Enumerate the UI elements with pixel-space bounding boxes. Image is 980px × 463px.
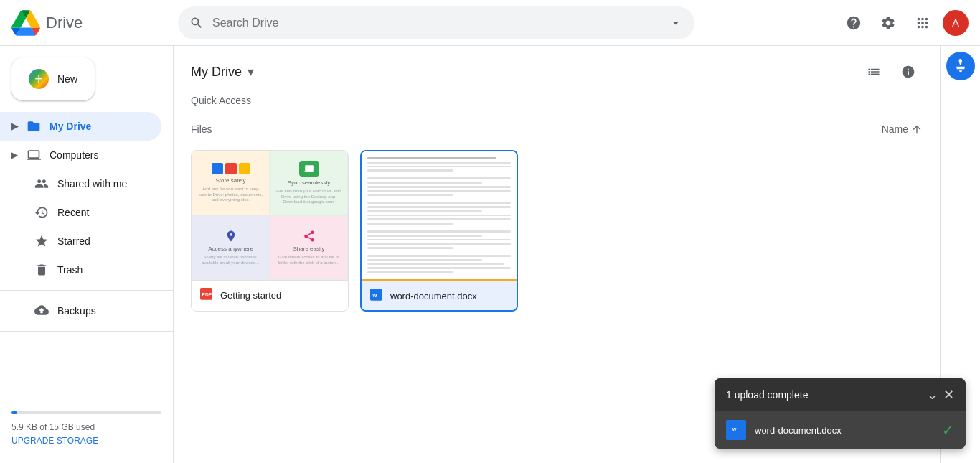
minimize-upload-button[interactable]: ⌄ <box>927 387 938 403</box>
file-thumbnail-getting-started: Store safely Add any file you want to ke… <box>192 151 348 280</box>
new-button-label: New <box>57 73 77 85</box>
starred-icon <box>34 234 49 248</box>
word-icon: W <box>370 289 385 303</box>
file-footer-getting-started: PDF Getting started <box>192 280 348 309</box>
sidebar-item-starred[interactable]: Starred <box>0 227 161 256</box>
pdf-icon: PDF <box>200 288 215 302</box>
sort-label: Name <box>882 123 908 135</box>
svg-text:W: W <box>732 427 737 431</box>
recent-label: Recent <box>57 207 89 218</box>
upload-header: 1 upload complete ⌄ ✕ <box>715 378 966 411</box>
new-button-wrap: + New <box>0 52 173 112</box>
drive-logo-icon <box>11 9 40 37</box>
search-bar <box>178 6 694 39</box>
content-title: My Drive <box>191 65 242 80</box>
recent-icon <box>34 205 49 220</box>
svg-text:PDF: PDF <box>202 292 212 297</box>
close-upload-button[interactable]: ✕ <box>943 387 954 403</box>
files-header: Files Name <box>191 118 923 141</box>
storage-bar-bg <box>11 411 161 414</box>
trash-label: Trash <box>57 264 83 276</box>
app-title: Drive <box>46 14 83 32</box>
files-section: Files Name <box>174 118 940 326</box>
file-name-word-document: word-document.docx <box>390 291 508 301</box>
sidebar-item-computers[interactable]: ▶ Computers <box>0 141 161 169</box>
sidebar: + New ▶ My Drive ▶ Computers Shared wi <box>0 46 174 463</box>
avatar[interactable]: A <box>943 10 969 36</box>
help-button[interactable] <box>839 9 868 37</box>
file-footer-word-document: W word-document.docx <box>362 281 517 310</box>
file-card-word-document[interactable]: W word-document.docx <box>360 150 518 312</box>
sidebar-item-my-drive[interactable]: ▶ My Drive <box>0 112 161 141</box>
upload-controls: ⌄ ✕ <box>927 387 954 403</box>
info-button[interactable] <box>894 57 923 86</box>
upload-title: 1 upload complete <box>726 389 927 401</box>
quick-access-label: Quick Access <box>174 92 940 118</box>
my-drive-label: My Drive <box>50 121 91 132</box>
apps-button[interactable] <box>908 9 937 37</box>
my-drive-icon <box>27 119 41 134</box>
shared-icon <box>34 177 49 191</box>
header-actions <box>859 57 923 86</box>
name-sort-button[interactable]: Name <box>882 123 923 135</box>
backups-label: Backups <box>57 305 96 317</box>
sidebar-item-recent[interactable]: Recent <box>0 198 161 227</box>
storage-text: 5.9 KB of 15 GB used <box>11 422 95 432</box>
upload-notification: 1 upload complete ⌄ ✕ W word-document.do… <box>715 378 966 449</box>
topbar: Drive A <box>0 0 980 46</box>
settings-button[interactable] <box>874 9 903 37</box>
title-dropdown-icon[interactable]: ▾ <box>248 64 254 80</box>
starred-label: Starred <box>57 235 90 247</box>
file-card-getting-started[interactable]: Store safely Add any file you want to ke… <box>191 150 349 312</box>
upload-complete-icon: ✓ <box>942 421 954 439</box>
upload-item-name: word-document.docx <box>755 425 933 436</box>
backups-icon <box>34 303 49 319</box>
new-plus-icon: + <box>29 69 49 89</box>
computers-icon <box>27 148 41 162</box>
upload-item: W word-document.docx ✓ <box>715 411 966 449</box>
sidebar-item-trash[interactable]: Trash <box>0 256 161 284</box>
file-grid: Store safely Add any file you want to ke… <box>191 150 923 326</box>
storage-bar-fill <box>11 411 17 414</box>
topbar-right: A <box>839 9 969 37</box>
computers-label: Computers <box>50 149 98 161</box>
my-drive-arrow: ▶ <box>11 121 18 131</box>
logo-area: Drive <box>11 9 169 37</box>
sidebar-item-backups[interactable]: Backups <box>0 296 173 325</box>
files-label: Files <box>191 123 882 135</box>
file-thumbnail-word-document <box>362 151 517 281</box>
upload-item-icon: W <box>726 420 746 440</box>
search-icon <box>189 16 204 30</box>
svg-text:W: W <box>372 293 377 298</box>
search-expand-icon[interactable] <box>669 16 683 30</box>
trash-icon <box>34 263 49 277</box>
computers-arrow: ▶ <box>11 150 18 160</box>
sidebar-item-shared[interactable]: Shared with me <box>0 169 161 198</box>
sidebar-divider <box>0 290 173 291</box>
list-view-button[interactable] <box>859 57 888 86</box>
file-name-getting-started: Getting started <box>220 290 339 301</box>
content-header: My Drive ▾ <box>174 46 940 92</box>
upgrade-link[interactable]: UPGRADE STORAGE <box>11 436 161 446</box>
sidebar-divider-2 <box>0 331 173 332</box>
search-input[interactable] <box>212 17 660 29</box>
shared-label: Shared with me <box>57 178 127 190</box>
storage-section: 5.9 KB of 15 GB used UPGRADE STORAGE <box>0 394 173 457</box>
new-button[interactable]: + New <box>11 57 95 100</box>
tasks-button[interactable] <box>946 52 975 80</box>
